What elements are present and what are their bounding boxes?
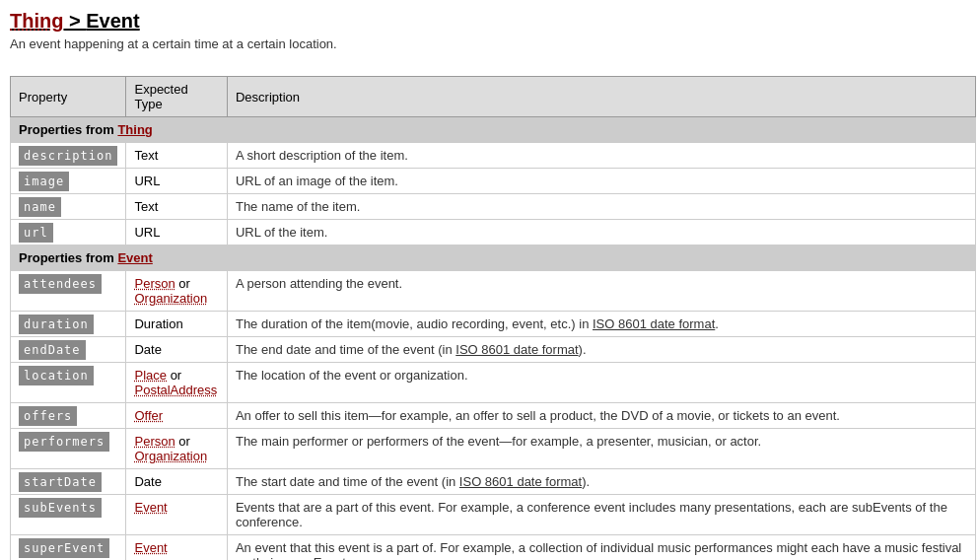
title-arrow: > (69, 10, 86, 32)
table-row: attendeesPerson orOrganizationA person a… (11, 271, 976, 312)
type-link[interactable]: Organization (134, 449, 207, 463)
type-cell: Date (126, 337, 227, 363)
property-cell: endDate (11, 337, 126, 363)
property-cell: image (11, 169, 126, 194)
property-cell: name (11, 194, 126, 220)
type-link[interactable]: PostalAddress (134, 383, 217, 397)
property-name[interactable]: image (19, 172, 69, 191)
description-cell: A short description of the item. (227, 143, 975, 169)
property-cell: startDate (11, 469, 126, 495)
property-name[interactable]: location (19, 366, 94, 385)
property-name[interactable]: offers (19, 406, 77, 426)
section-link[interactable]: Event (117, 250, 152, 265)
description-cell: URL of the item. (227, 220, 975, 245)
section-header-row: Properties from Event (11, 245, 976, 271)
description-cell: The start date and time of the event (in… (227, 469, 975, 495)
description-cell: A person attending the event. (227, 271, 975, 312)
property-cell: location (11, 363, 126, 403)
page-title: Thing > Event (10, 10, 969, 33)
type-cell: Offer (126, 403, 227, 429)
description-cell: URL of an image of the item. (227, 169, 975, 194)
table-row: offersOfferAn offer to sell this item—fo… (11, 403, 976, 429)
property-name[interactable]: endDate (19, 340, 86, 360)
type-link[interactable]: Place (134, 368, 167, 383)
property-cell: url (11, 220, 126, 245)
property-name[interactable]: duration (19, 315, 94, 334)
description-cell: The name of the item. (227, 194, 975, 220)
property-cell: description (11, 143, 126, 169)
description-cell: The end date and time of the event (in I… (227, 337, 975, 363)
section-label: Properties from Event (11, 245, 976, 271)
type-link[interactable]: Person (134, 276, 175, 291)
description-cell: The duration of the item(movie, audio re… (227, 312, 975, 337)
type-cell: Person orOrganization (126, 429, 227, 469)
property-name[interactable]: superEvent (19, 538, 109, 558)
type-cell: Date (126, 469, 227, 495)
type-link[interactable]: Event (134, 540, 167, 555)
type-cell: Event (126, 495, 227, 535)
type-cell: Duration (126, 312, 227, 337)
col-expected-type: Expected Type (126, 77, 227, 117)
property-cell: performers (11, 429, 126, 469)
table-row: startDateDateThe start date and time of … (11, 469, 976, 495)
title-thing[interactable]: Thing (10, 10, 63, 32)
table-row: endDateDateThe end date and time of the … (11, 337, 976, 363)
table-row: superEventEventAn event that this event … (11, 535, 976, 561)
property-name[interactable]: attendees (19, 274, 102, 294)
table-row: performersPerson orOrganizationThe main … (11, 429, 976, 469)
description-cell: An offer to sell this item—for example, … (227, 403, 975, 429)
property-name[interactable]: subEvents (19, 498, 102, 518)
table-row: nameTextThe name of the item. (11, 194, 976, 220)
description-cell: An event that this event is a part of. F… (227, 535, 975, 561)
table-row: durationDurationThe duration of the item… (11, 312, 976, 337)
section-label: Properties from Thing (11, 117, 976, 143)
property-cell: superEvent (11, 535, 126, 561)
type-cell: URL (126, 169, 227, 194)
type-link[interactable]: Event (134, 500, 167, 515)
type-cell: Text (126, 143, 227, 169)
property-cell: subEvents (11, 495, 126, 535)
description-cell: The main performer or performers of the … (227, 429, 975, 469)
property-name[interactable]: startDate (19, 472, 102, 492)
schema-table: Property Expected Type Description Prope… (10, 76, 976, 560)
property-name[interactable]: description (19, 146, 117, 166)
table-row: descriptionTextA short description of th… (11, 143, 976, 169)
page-subtitle: An event happening at a certain time at … (10, 36, 969, 51)
title-event: Event (86, 10, 139, 32)
col-property: Property (11, 77, 126, 117)
type-cell: Text (126, 194, 227, 220)
col-description: Description (227, 77, 975, 117)
description-cell: The location of the event or organizatio… (227, 363, 975, 403)
table-header-row: Property Expected Type Description (11, 77, 976, 117)
property-cell: attendees (11, 271, 126, 312)
property-cell: duration (11, 312, 126, 337)
section-link[interactable]: Thing (117, 122, 152, 137)
property-cell: offers (11, 403, 126, 429)
type-link[interactable]: Person (134, 434, 175, 449)
type-link[interactable]: Offer (134, 408, 163, 423)
type-link[interactable]: Organization (134, 291, 207, 306)
type-cell: Person orOrganization (126, 271, 227, 312)
table-row: subEventsEventEvents that are a part of … (11, 495, 976, 535)
property-name[interactable]: performers (19, 432, 109, 452)
section-header-row: Properties from Thing (11, 117, 976, 143)
table-row: imageURLURL of an image of the item. (11, 169, 976, 194)
description-cell: Events that are a part of this event. Fo… (227, 495, 975, 535)
table-row: locationPlace orPostalAddressThe locatio… (11, 363, 976, 403)
property-name[interactable]: name (19, 197, 61, 217)
property-name[interactable]: url (19, 223, 53, 243)
type-cell: Place orPostalAddress (126, 363, 227, 403)
type-cell: URL (126, 220, 227, 245)
type-cell: Event (126, 535, 227, 561)
table-row: urlURLURL of the item. (11, 220, 976, 245)
